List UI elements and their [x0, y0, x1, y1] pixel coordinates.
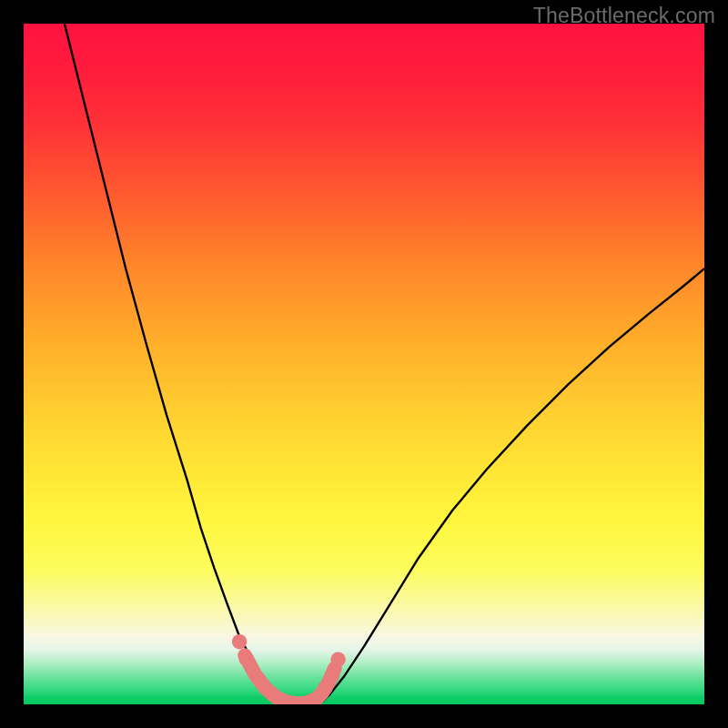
bead-point-3 [325, 668, 339, 682]
series-bottom-segment [245, 655, 335, 703]
plot-area [24, 24, 704, 704]
watermark-text: TheBottleneck.com [533, 4, 715, 28]
curve-svg [24, 24, 704, 704]
bead-point-4 [330, 652, 345, 666]
bead-point-1 [238, 652, 253, 666]
series-right-branch [317, 268, 704, 704]
series-left-branch [65, 24, 293, 704]
bead-point-0 [232, 634, 247, 649]
chart-frame: TheBottleneck.com [0, 0, 728, 728]
